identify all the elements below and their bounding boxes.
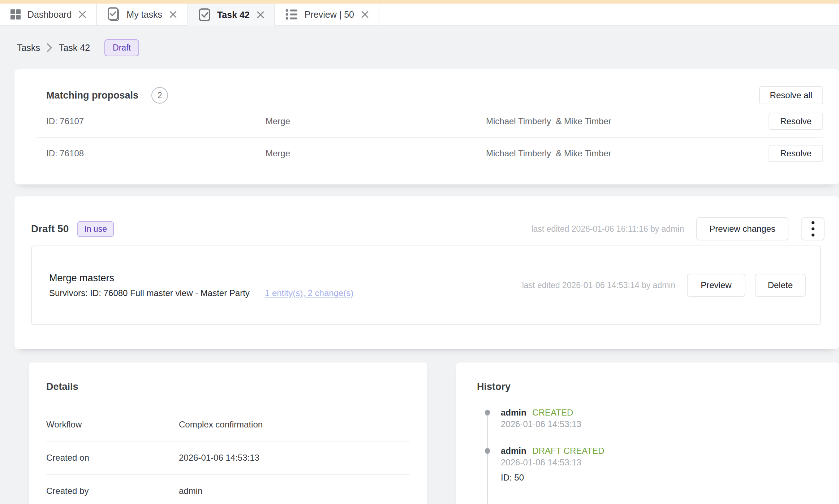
breadcrumb: Tasks Task 42 Draft bbox=[0, 26, 839, 69]
details-row: Created by admin bbox=[46, 475, 410, 504]
merge-masters-actions: last edited 2026-01-06 14:53:14 by admin… bbox=[522, 274, 806, 297]
tab-label: Dashboard bbox=[27, 9, 72, 20]
breadcrumb-current: Task 42 bbox=[59, 43, 90, 53]
environment-color-strip bbox=[0, 0, 839, 4]
entities-changes-link[interactable]: 1 entity(s), 2 change(s) bbox=[265, 288, 353, 298]
details-title: Details bbox=[46, 362, 410, 392]
tab-label: Preview | 50 bbox=[305, 9, 354, 20]
proposal-parties: Michael Timberly & Mike Timber bbox=[486, 148, 769, 158]
step-last-edited: last edited 2026-01-06 14:53:14 by admin bbox=[522, 281, 676, 290]
draft-title: Draft 50 bbox=[31, 223, 69, 235]
tab-bar: Dashboard My tasks Task 42 bbox=[0, 4, 839, 26]
matching-proposals-card: Matching proposals 2 Resolve all ID: 761… bbox=[14, 69, 839, 184]
tab-bar-filler bbox=[379, 4, 839, 26]
chevron-right-icon bbox=[46, 42, 53, 53]
draft-last-edited: last edited 2026-01-06 16:11:16 by admin bbox=[531, 224, 684, 234]
breadcrumb-tasks[interactable]: Tasks bbox=[17, 43, 40, 53]
detail-label: Workflow bbox=[46, 420, 179, 430]
draft-card: Draft 50 In use last edited 2026-01-06 1… bbox=[14, 196, 839, 349]
list-icon bbox=[284, 8, 299, 21]
merge-masters-info: Merge masters Survivors: ID: 76080 Full … bbox=[49, 273, 522, 298]
preview-button[interactable]: Preview bbox=[687, 274, 745, 297]
history-title: History bbox=[477, 362, 825, 392]
step-title: Merge masters bbox=[49, 273, 522, 284]
event-action: DRAFT CREATED bbox=[532, 446, 604, 456]
detail-value: 2026-01-06 14:53:13 bbox=[179, 453, 410, 463]
close-icon[interactable] bbox=[78, 10, 87, 19]
event-user: admin bbox=[501, 446, 526, 456]
dashboard-grid-icon bbox=[9, 8, 22, 21]
event-timestamp: 2026-01-06 14:53:13 bbox=[501, 457, 825, 468]
kebab-menu-button[interactable] bbox=[801, 217, 825, 240]
proposal-row: ID: 76108 Merge Michael Timberly & Mike … bbox=[37, 137, 823, 169]
merge-masters-card: Merge masters Survivors: ID: 76080 Full … bbox=[31, 246, 821, 325]
details-row: Created on 2026-01-06 14:53:13 bbox=[46, 442, 410, 475]
task-check-icon bbox=[197, 7, 211, 22]
app-window: Dashboard My tasks Task 42 bbox=[0, 0, 839, 504]
tab-dashboard[interactable]: Dashboard bbox=[0, 4, 97, 26]
close-icon[interactable] bbox=[169, 10, 177, 19]
detail-value: admin bbox=[179, 486, 410, 496]
tab-label: Task 42 bbox=[217, 10, 250, 20]
proposal-type: Merge bbox=[266, 148, 486, 158]
detail-label: Created by bbox=[46, 486, 179, 496]
proposal-id: ID: 76108 bbox=[46, 148, 266, 158]
tab-preview-50[interactable]: Preview | 50 bbox=[275, 4, 379, 26]
survivors-text: Survivors: ID: 76080 Full master view - … bbox=[49, 288, 250, 298]
event-extra: ID: 50 bbox=[501, 472, 825, 483]
details-table: Workflow Complex confirmation Created on… bbox=[46, 408, 410, 504]
tab-task-42[interactable]: Task 42 bbox=[188, 4, 275, 26]
proposal-type: Merge bbox=[266, 116, 486, 126]
event-action: CREATED bbox=[532, 408, 573, 417]
in-use-badge: In use bbox=[77, 221, 114, 237]
resolve-all-button[interactable]: Resolve all bbox=[759, 86, 823, 104]
proposal-count-badge: 2 bbox=[151, 87, 168, 104]
resolve-button[interactable]: Resolve bbox=[769, 145, 823, 162]
close-icon[interactable] bbox=[361, 10, 369, 19]
draft-header: Draft 50 In use last edited 2026-01-06 1… bbox=[31, 217, 825, 240]
status-badge: Draft bbox=[104, 39, 139, 56]
details-card: Details Workflow Complex confirmation Cr… bbox=[29, 362, 427, 504]
event-timestamp: 2026-01-06 14:53:13 bbox=[501, 418, 825, 430]
event-user: admin bbox=[501, 408, 526, 417]
timeline-dot-icon bbox=[485, 410, 490, 416]
matching-proposals-title: Matching proposals bbox=[46, 90, 138, 101]
history-card: History admin CREATED 2026-01-06 14:53:1… bbox=[456, 362, 839, 504]
details-row: Workflow Complex confirmation bbox=[46, 408, 410, 442]
detail-label: Created on bbox=[46, 453, 179, 463]
preview-changes-button[interactable]: Preview changes bbox=[696, 217, 788, 240]
tasks-checkbox-icon bbox=[106, 7, 121, 22]
history-timeline: admin CREATED 2026-01-06 14:53:13 admin … bbox=[485, 407, 825, 499]
proposal-row: ID: 76107 Merge Michael Timberly & Mike … bbox=[37, 105, 823, 137]
resolve-button[interactable]: Resolve bbox=[769, 113, 823, 130]
timeline-dot-icon bbox=[485, 448, 490, 454]
history-event: admin CREATED 2026-01-06 14:53:13 bbox=[485, 407, 825, 445]
tab-my-tasks[interactable]: My tasks bbox=[97, 4, 188, 26]
detail-value: Complex confirmation bbox=[179, 420, 410, 430]
proposal-id: ID: 76107 bbox=[46, 116, 266, 126]
delete-button[interactable]: Delete bbox=[755, 274, 806, 297]
tab-label: My tasks bbox=[126, 9, 162, 20]
matching-proposals-header: Matching proposals 2 Resolve all bbox=[37, 85, 823, 105]
history-event: admin DRAFT CREATED 2026-01-06 14:53:13 … bbox=[485, 445, 825, 499]
proposal-parties: Michael Timberly & Mike Timber bbox=[486, 116, 769, 126]
close-icon[interactable] bbox=[256, 10, 265, 19]
